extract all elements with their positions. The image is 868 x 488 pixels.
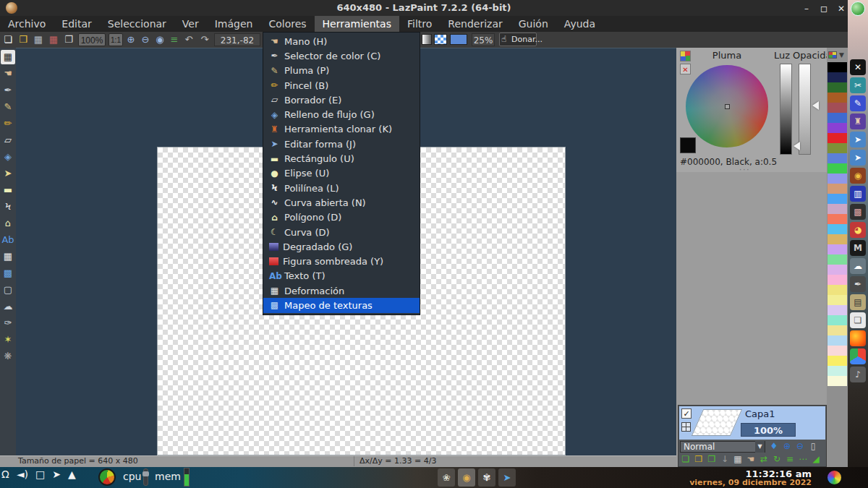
palette-swatch[interactable]	[827, 325, 847, 335]
pen-desktop-icon[interactable]: ✒	[850, 276, 866, 292]
tool-deformacion[interactable]: ▦Deformación	[263, 283, 420, 298]
palette-swatch[interactable]	[827, 194, 847, 204]
taskbar-window-editor[interactable]: ✾	[478, 468, 495, 487]
eraser-tool-icon[interactable]: ▱	[1, 133, 15, 147]
zoom-out-icon[interactable]: ⊖	[139, 33, 152, 46]
palette-swatch[interactable]	[827, 113, 847, 123]
system-gauge-icon[interactable]	[98, 468, 116, 486]
duplicate-layer-icon[interactable]: ❐	[706, 453, 718, 466]
palette-swatch[interactable]	[827, 346, 847, 356]
select-pen-tool-icon[interactable]: ✑	[1, 316, 15, 330]
palette-swatch[interactable]	[827, 93, 847, 103]
notification-bell-icon[interactable]: Ω	[1, 468, 9, 480]
blend-drop-icon[interactable]: ♦	[768, 440, 780, 453]
tool-polilinea[interactable]: ϞPolilínea (L)	[263, 181, 420, 195]
gray-app-desktop-icon[interactable]: ♪	[850, 367, 866, 382]
menu-filtro[interactable]: Filtro	[399, 16, 440, 32]
open-file-icon[interactable]: ❒	[17, 33, 30, 46]
palette-swatch[interactable]	[827, 174, 847, 184]
zoom-fit-icon[interactable]: ◉	[153, 33, 166, 46]
desktop-green-icon[interactable]	[851, 1, 865, 16]
minimize-button[interactable]: –	[800, 3, 813, 14]
utility-desktop-icon[interactable]: ✂	[850, 77, 866, 93]
menu-ayuda[interactable]: Ayuda	[556, 16, 603, 32]
tool-editar-forma[interactable]: ➤Editar forma (J)	[263, 137, 420, 151]
layers-stack-icon[interactable]: ≡	[168, 33, 181, 46]
pen-tool-icon[interactable]: ✎	[1, 100, 15, 114]
layer-visibility-checkbox[interactable]: ✓	[681, 408, 692, 419]
palette-swatch[interactable]	[827, 143, 847, 153]
polygon-tool-icon[interactable]: ⌂	[1, 216, 15, 231]
gear-tool-icon[interactable]: ❋	[1, 349, 15, 364]
zoom-level-button[interactable]: 100%	[78, 33, 106, 46]
fill-tool-icon[interactable]: ◈	[1, 150, 15, 164]
tool-elipse[interactable]: ●Elipse (U)	[263, 166, 420, 181]
move-layer-down-icon[interactable]: ↓	[719, 453, 731, 466]
palette-swatch[interactable]	[827, 62, 847, 72]
light-slider[interactable]	[780, 64, 792, 155]
tool-curva-abierta[interactable]: ∿Curva abierta (N)	[263, 195, 420, 210]
menu-editar[interactable]: Editar	[54, 16, 99, 32]
xkill-desktop-icon[interactable]: ✕	[850, 59, 866, 75]
brush-tool-icon[interactable]: ✏	[1, 116, 15, 131]
palette-swatch[interactable]	[827, 103, 847, 113]
palette-swatch[interactable]	[827, 133, 847, 143]
palette-swatch[interactable]	[827, 315, 847, 325]
tool-borrador[interactable]: ▱Borrador (E)	[263, 93, 420, 107]
menu-renderizar[interactable]: Renderizar	[440, 16, 510, 32]
layer-zoom-out-icon[interactable]: ⊖	[794, 440, 806, 453]
volume-icon[interactable]: ◄)	[17, 468, 28, 480]
opacity-slider-thumb[interactable]	[812, 101, 819, 110]
taskbar-window-telegram[interactable]: ➤	[498, 468, 516, 487]
m-logo-desktop-icon[interactable]: M	[850, 240, 866, 256]
telegram-tray-icon[interactable]: ➤	[52, 468, 61, 480]
tool-mano[interactable]: ☚Mano (H)	[263, 34, 420, 48]
tray-color-logo-icon[interactable]	[826, 469, 843, 486]
palette-swatch[interactable]	[827, 234, 847, 244]
text-tool-icon[interactable]: Ab	[1, 233, 15, 247]
tool-relleno[interactable]: ◈Relleno de flujo (G)	[263, 107, 420, 121]
palette-swatch[interactable]	[827, 335, 847, 346]
cloud-desktop-icon[interactable]: ☁	[850, 258, 866, 274]
close-button[interactable]: ✕	[835, 3, 848, 14]
palette-swatch[interactable]	[827, 265, 847, 275]
palette-swatch[interactable]	[827, 254, 847, 265]
medal-desktop-icon[interactable]: ◉	[850, 168, 866, 184]
drawer-desktop-icon[interactable]: ▤	[850, 294, 866, 310]
new-file-icon[interactable]: ❏	[1, 33, 14, 46]
tool-pluma[interactable]: ✎Pluma (P)	[263, 64, 420, 78]
taskbar-window-lazpaint[interactable]: ◉	[458, 468, 475, 487]
texture-map-tool-icon[interactable]: ▩	[1, 266, 15, 281]
undo-icon[interactable]: ↶	[182, 33, 195, 46]
rotate-layer-icon[interactable]: ↻	[771, 453, 783, 466]
display-icon[interactable]: □	[35, 468, 45, 480]
open-layer-icon[interactable]: ❒	[693, 453, 705, 466]
palette-swatch[interactable]	[827, 184, 847, 194]
tool-curva[interactable]: ☾Curva (D)	[263, 225, 420, 239]
film-desktop-icon[interactable]: ▩	[850, 204, 866, 220]
guides-icon[interactable]: ⋯	[797, 453, 809, 466]
deform-grid-tool-icon[interactable]: ▦	[1, 50, 15, 64]
current-color-swatch[interactable]	[680, 137, 696, 153]
color-wheel-marker[interactable]	[725, 104, 730, 109]
tool-selector-color[interactable]: ✒Selector de color (C)	[263, 48, 420, 63]
taskbar-window-bird[interactable]: ❀	[438, 468, 455, 487]
move-layer-icon[interactable]: ☚	[745, 453, 757, 466]
cpu-slider-thumb[interactable]	[142, 471, 149, 476]
polyline-tool-icon[interactable]: Ϟ	[1, 200, 15, 214]
menu-imagen[interactable]: Imágen	[207, 16, 261, 32]
panel-resize-grip[interactable]: ···	[739, 166, 751, 174]
palette-swatch[interactable]	[827, 366, 847, 376]
lazpaint-desktop-icon[interactable]: ◕	[850, 222, 866, 238]
palette-swatch[interactable]	[827, 376, 847, 386]
palette-swatch[interactable]	[827, 214, 847, 224]
gradient-swatch[interactable]	[422, 34, 432, 45]
palette-swatch[interactable]	[827, 163, 847, 174]
palette-swatch[interactable]	[827, 295, 847, 305]
tool-poligono[interactable]: ⌂Polígono (D)	[263, 210, 420, 225]
menu-archivo[interactable]: Archivo	[0, 16, 54, 32]
chrome-desktop-icon[interactable]	[850, 348, 866, 364]
palette-swatch[interactable]	[827, 224, 847, 234]
palette-swatch[interactable]	[827, 285, 847, 295]
save-icon[interactable]: ▦	[32, 33, 45, 46]
